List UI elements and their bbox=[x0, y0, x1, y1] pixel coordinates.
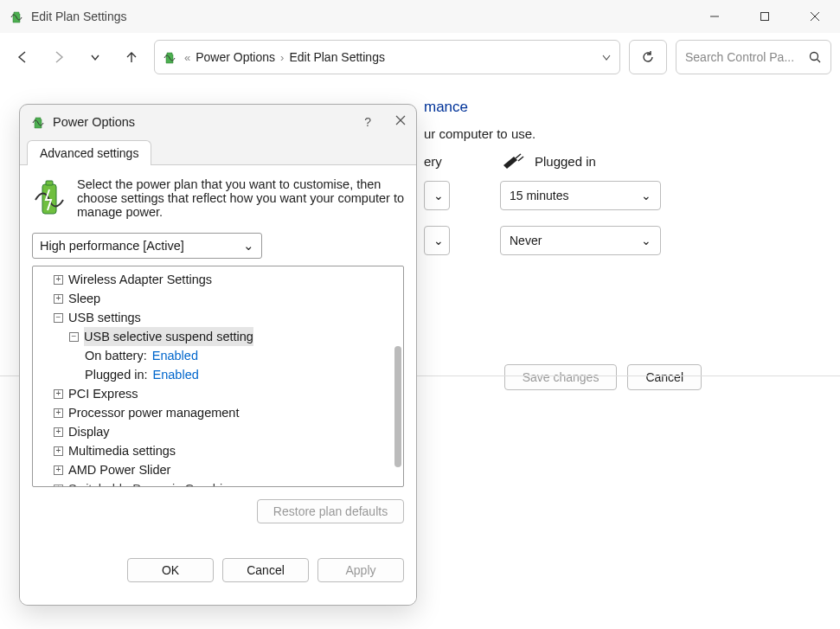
svg-line-5 bbox=[818, 60, 821, 63]
address-bar[interactable]: « Power Options › Edit Plan Settings bbox=[154, 40, 620, 74]
forward-button[interactable] bbox=[45, 43, 73, 71]
tree-usb-plugged-in[interactable]: Plugged in: Enabled bbox=[38, 365, 398, 384]
collapse-icon[interactable]: − bbox=[54, 313, 63, 323]
search-input[interactable]: Search Control Pa... bbox=[676, 40, 831, 74]
power-options-dialog: Power Options ? Advanced settings Select… bbox=[19, 104, 417, 606]
window-title: Edit Plan Settings bbox=[31, 10, 127, 23]
chevron-down-icon: ⌄ bbox=[243, 239, 254, 253]
cancel-button[interactable]: Cancel bbox=[627, 364, 702, 390]
maximize-button[interactable] bbox=[740, 0, 790, 33]
dialog-title: Power Options bbox=[53, 115, 135, 129]
address-dropdown-button[interactable] bbox=[600, 51, 612, 63]
expand-icon[interactable]: + bbox=[54, 389, 63, 399]
expand-icon[interactable]: + bbox=[54, 294, 63, 304]
dialog-titlebar[interactable]: Power Options ? bbox=[20, 105, 416, 139]
help-button[interactable]: ? bbox=[364, 115, 371, 129]
chevron-down-icon: ⌄ bbox=[641, 189, 651, 202]
plugged-in-label: Plugged in bbox=[535, 154, 596, 169]
search-placeholder: Search Control Pa... bbox=[685, 50, 808, 64]
settings-tree[interactable]: + Wireless Adapter Settings + Sleep − US… bbox=[32, 266, 404, 487]
tree-processor-power[interactable]: + Processor power management bbox=[38, 403, 398, 422]
ok-button[interactable]: OK bbox=[127, 558, 214, 582]
tree-pci-express[interactable]: + PCI Express bbox=[38, 384, 398, 403]
dropdown-value: 15 minutes bbox=[510, 189, 568, 202]
desc-fragment: ur computer to use. bbox=[424, 126, 805, 141]
tree-usb-on-battery[interactable]: On battery: Enabled bbox=[38, 346, 398, 365]
dropdown-value: Never bbox=[510, 234, 542, 247]
sleep-battery-dropdown[interactable]: ⌄ bbox=[424, 181, 450, 210]
svg-rect-11 bbox=[46, 181, 53, 185]
tab-advanced-settings[interactable]: Advanced settings bbox=[27, 140, 151, 165]
sleep-plugged-dropdown[interactable]: 15 minutes ⌄ bbox=[500, 181, 661, 210]
battery-icon bbox=[30, 114, 46, 130]
tree-usb-selective-suspend[interactable]: − USB selective suspend setting bbox=[38, 327, 398, 346]
nav-toolbar: « Power Options › Edit Plan Settings Sea… bbox=[0, 33, 840, 81]
chevron-double-left-icon[interactable]: « bbox=[184, 51, 190, 64]
window-titlebar: Edit Plan Settings bbox=[0, 0, 840, 33]
tree-scrollbar[interactable] bbox=[394, 346, 401, 467]
tree-sleep[interactable]: + Sleep bbox=[38, 289, 398, 308]
battery-large-icon bbox=[32, 177, 67, 219]
power-plan-select[interactable]: High performance [Active] ⌄ bbox=[32, 233, 262, 259]
plug-icon bbox=[502, 153, 526, 169]
tree-wireless[interactable]: + Wireless Adapter Settings bbox=[38, 270, 398, 289]
svg-point-4 bbox=[811, 53, 818, 61]
expand-icon[interactable]: + bbox=[54, 427, 63, 437]
breadcrumb-edit-plan[interactable]: Edit Plan Settings bbox=[289, 50, 385, 64]
expand-icon[interactable]: + bbox=[54, 408, 63, 418]
recent-dropdown-button[interactable] bbox=[81, 43, 109, 71]
on-battery-value[interactable]: Enabled bbox=[152, 346, 198, 365]
battery-icon bbox=[9, 9, 24, 24]
dialog-close-button[interactable] bbox=[395, 115, 406, 129]
svg-rect-1 bbox=[761, 13, 769, 21]
expand-icon[interactable]: + bbox=[54, 465, 63, 475]
search-icon bbox=[808, 50, 822, 64]
dialog-cancel-button[interactable]: Cancel bbox=[222, 558, 309, 582]
expand-icon[interactable]: + bbox=[54, 275, 63, 285]
tree-usb-settings[interactable]: − USB settings bbox=[38, 308, 398, 327]
on-battery-label-fragment: ery bbox=[424, 154, 476, 169]
svg-line-7 bbox=[518, 157, 523, 161]
dialog-intro-text: Select the power plan that you want to c… bbox=[77, 177, 404, 219]
chevron-down-icon: ⌄ bbox=[641, 234, 651, 247]
svg-line-6 bbox=[516, 154, 521, 158]
apply-button[interactable]: Apply bbox=[317, 558, 404, 582]
page-title: mance bbox=[424, 99, 805, 116]
breadcrumb-power-options[interactable]: Power Options bbox=[196, 50, 275, 64]
collapse-icon[interactable]: − bbox=[69, 332, 79, 342]
up-button[interactable] bbox=[118, 43, 145, 71]
display-battery-dropdown[interactable]: ⌄ bbox=[424, 226, 450, 255]
expand-icon[interactable]: + bbox=[54, 446, 63, 456]
refresh-button[interactable] bbox=[629, 40, 667, 74]
plan-select-value: High performance [Active] bbox=[40, 239, 184, 253]
save-changes-button[interactable]: Save changes bbox=[504, 364, 618, 390]
tree-display[interactable]: + Display bbox=[38, 422, 398, 441]
restore-defaults-button[interactable]: Restore plan defaults bbox=[257, 499, 404, 523]
expand-icon[interactable]: + bbox=[54, 485, 63, 488]
close-button[interactable] bbox=[790, 0, 840, 33]
display-plugged-dropdown[interactable]: Never ⌄ bbox=[500, 226, 661, 255]
plugged-in-value[interactable]: Enabled bbox=[153, 365, 199, 384]
tree-amd-power-slider[interactable]: + AMD Power Slider bbox=[38, 460, 398, 479]
chevron-right-icon: › bbox=[280, 51, 284, 64]
battery-icon bbox=[162, 49, 177, 65]
tree-multimedia[interactable]: + Multimedia settings bbox=[38, 441, 398, 460]
tab-bar: Advanced settings bbox=[20, 139, 416, 165]
chevron-down-icon: ⌄ bbox=[433, 189, 444, 202]
chevron-down-icon: ⌄ bbox=[433, 234, 444, 247]
back-button[interactable] bbox=[9, 43, 36, 71]
minimize-button[interactable] bbox=[689, 0, 740, 33]
tree-switchable-graphics[interactable]: + Switchable Dynamic Graphics bbox=[38, 479, 398, 487]
